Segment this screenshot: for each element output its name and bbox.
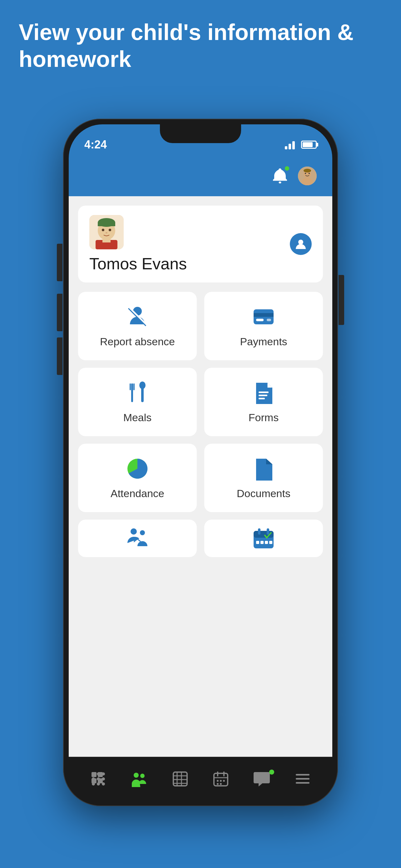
tab-chat[interactable] xyxy=(246,771,277,787)
svg-point-18 xyxy=(102,229,104,231)
svg-point-79 xyxy=(220,783,222,785)
menu-grid-bottom xyxy=(78,520,323,557)
svg-rect-42 xyxy=(258,528,261,535)
svg-point-77 xyxy=(223,780,225,782)
svg-point-61 xyxy=(97,782,100,785)
svg-rect-27 xyxy=(256,319,264,321)
svg-point-54 xyxy=(92,772,95,776)
svg-rect-28 xyxy=(267,319,271,321)
svg-rect-82 xyxy=(296,782,309,784)
svg-rect-26 xyxy=(254,313,274,317)
menu-item-forms[interactable]: Forms xyxy=(204,368,323,436)
payments-label: Payments xyxy=(240,336,287,348)
report-absence-icon xyxy=(125,304,150,329)
menu-item-meals[interactable]: Meals xyxy=(78,368,197,436)
screen-content: Tomos Evans xyxy=(69,196,332,757)
status-time: 4:24 xyxy=(84,138,107,151)
svg-point-19 xyxy=(109,229,111,231)
svg-rect-47 xyxy=(269,541,272,544)
app-header xyxy=(69,156,332,196)
menu-item-extra-2[interactable] xyxy=(204,520,323,557)
svg-point-21 xyxy=(298,240,303,245)
battery-icon xyxy=(301,141,317,149)
forms-icon xyxy=(251,380,276,405)
status-bar: 4:24 xyxy=(69,124,332,156)
meals-icon xyxy=(125,380,150,405)
svg-rect-31 xyxy=(133,383,135,390)
phone-shell: 4:24 xyxy=(63,119,338,806)
status-icons xyxy=(283,140,317,149)
svg-rect-30 xyxy=(130,383,131,390)
tab-apps[interactable] xyxy=(83,771,114,787)
tab-bar xyxy=(69,757,332,801)
tab-children[interactable] xyxy=(124,771,155,787)
svg-rect-41 xyxy=(254,531,274,538)
attendance-label: Attendance xyxy=(110,488,164,500)
phone-mockup: 4:24 xyxy=(63,119,338,806)
menu-item-documents[interactable]: Documents xyxy=(204,444,323,512)
svg-rect-44 xyxy=(256,541,259,544)
svg-point-64 xyxy=(140,774,144,778)
svg-rect-80 xyxy=(296,774,309,776)
svg-point-10 xyxy=(308,173,310,174)
tab-menu[interactable] xyxy=(287,771,318,787)
svg-point-60 xyxy=(92,782,95,785)
svg-point-5 xyxy=(279,182,281,183)
svg-point-33 xyxy=(139,381,145,389)
chat-badge xyxy=(269,770,274,775)
svg-point-62 xyxy=(102,782,105,785)
svg-point-75 xyxy=(217,780,219,782)
student-card[interactable]: Tomos Evans xyxy=(78,206,323,282)
attendance-icon xyxy=(125,456,150,481)
battery-fill xyxy=(303,142,312,147)
report-absence-label: Report absence xyxy=(100,336,175,348)
svg-rect-45 xyxy=(261,541,264,544)
menu-item-attendance[interactable]: Attendance xyxy=(78,444,197,512)
svg-rect-29 xyxy=(131,383,133,402)
svg-point-39 xyxy=(140,530,145,535)
tab-calendar[interactable] xyxy=(205,771,236,787)
documents-label: Documents xyxy=(237,488,291,500)
bell-container[interactable] xyxy=(271,167,289,185)
student-photo xyxy=(89,215,124,249)
menu-item-payments[interactable]: Payments xyxy=(204,292,323,360)
svg-point-76 xyxy=(220,780,222,782)
svg-point-38 xyxy=(131,528,137,535)
svg-point-11 xyxy=(304,169,311,173)
menu-grid: Report absence Payments xyxy=(78,292,323,512)
notification-dot xyxy=(284,165,290,171)
extra-icon-1 xyxy=(125,526,150,551)
header-left xyxy=(84,173,97,179)
menu-item-extra-1[interactable] xyxy=(78,520,197,557)
student-name: Tomos Evans xyxy=(89,254,187,273)
svg-point-63 xyxy=(134,773,139,778)
forms-label: Forms xyxy=(248,411,278,424)
menu-item-report-absence[interactable]: Report absence xyxy=(78,292,197,360)
svg-rect-81 xyxy=(296,778,309,780)
svg-rect-35 xyxy=(259,395,267,396)
svg-rect-36 xyxy=(259,398,265,399)
svg-point-78 xyxy=(217,783,219,785)
svg-point-59 xyxy=(102,777,105,780)
documents-icon xyxy=(251,456,276,481)
svg-rect-17 xyxy=(98,222,115,226)
profile-icon[interactable] xyxy=(290,233,312,255)
extra-icon-2 xyxy=(251,526,276,551)
wifi-icon xyxy=(283,140,296,149)
phone-screen: 4:24 xyxy=(69,124,332,801)
svg-rect-34 xyxy=(259,392,269,393)
svg-point-57 xyxy=(92,777,95,780)
student-info: Tomos Evans xyxy=(89,215,187,273)
svg-point-9 xyxy=(305,173,306,174)
svg-point-20 xyxy=(106,232,107,234)
header-right xyxy=(271,166,317,185)
svg-point-55 xyxy=(97,772,100,776)
svg-rect-46 xyxy=(265,541,268,544)
notch xyxy=(160,124,241,143)
svg-rect-43 xyxy=(267,528,269,535)
tab-timetable[interactable] xyxy=(165,771,196,787)
svg-point-56 xyxy=(102,772,105,776)
user-avatar[interactable] xyxy=(298,166,317,185)
svg-point-58 xyxy=(97,777,100,780)
hero-title: View your child's information & homework xyxy=(19,19,382,73)
